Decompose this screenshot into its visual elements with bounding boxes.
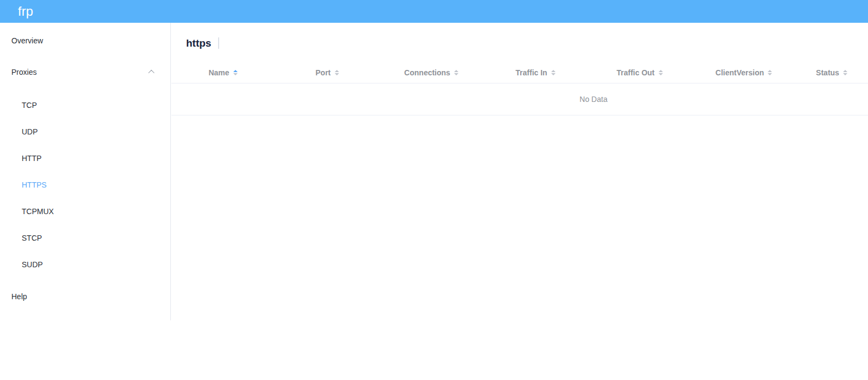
sidebar-item-label: Proxies (11, 68, 37, 76)
sort-carets-icon[interactable] (767, 68, 773, 76)
sidebar-item-label: SUDP (22, 260, 43, 269)
sidebar-item-stcp[interactable]: STCP (0, 224, 170, 251)
sort-carets-icon[interactable] (453, 68, 459, 76)
page-title: https (186, 38, 211, 48)
sidebar-item-label: STCP (22, 234, 42, 242)
empty-state-text: No Data (579, 95, 607, 104)
column-header-port[interactable]: Port (276, 62, 380, 83)
sort-carets-icon[interactable] (658, 68, 664, 76)
sidebar-item-tcp[interactable]: TCP (0, 92, 170, 118)
column-label: Name (208, 68, 229, 77)
column-header-connections[interactable]: Connections (380, 62, 484, 83)
column-label: Traffic Out (616, 68, 654, 77)
proxies-submenu: TCP UDP HTTP HTTPS TCPMUX STCP SUDP (0, 88, 170, 281)
column-header-clientversion[interactable]: ClientVersion (692, 62, 796, 83)
table-empty-row: No Data (171, 83, 868, 115)
sidebar: Overview Proxies TCP UDP HTTP HTTPS TCPM… (0, 23, 171, 320)
sidebar-item-label: TCPMUX (22, 207, 54, 216)
column-label: Connections (404, 68, 450, 77)
main-content: https Name Port Connections Traffic In T… (171, 23, 868, 380)
column-label: Port (316, 68, 331, 77)
title-divider (218, 37, 219, 49)
sort-carets-icon[interactable] (550, 68, 557, 76)
sort-carets-icon[interactable] (842, 68, 848, 76)
sidebar-item-label: TCP (22, 101, 37, 110)
sidebar-item-label: Overview (11, 36, 43, 45)
sidebar-item-overview[interactable]: Overview (0, 25, 170, 56)
page-title-row: https (186, 36, 868, 50)
sidebar-item-http[interactable]: HTTP (0, 145, 170, 171)
sidebar-item-udp[interactable]: UDP (0, 118, 170, 145)
column-header-name[interactable]: Name (171, 62, 276, 83)
sidebar-submenu-proxies[interactable]: Proxies (0, 56, 170, 88)
app-header: frp (0, 0, 868, 23)
brand-logo[interactable]: frp (18, 5, 33, 18)
sidebar-item-sudp[interactable]: SUDP (0, 251, 170, 278)
sidebar-item-label: HTTPS (22, 181, 47, 189)
sidebar-item-label: UDP (22, 127, 38, 136)
sidebar-item-label: Help (11, 292, 27, 301)
chevron-up-icon (148, 70, 154, 76)
proxy-table: Name Port Connections Traffic In Traffic… (171, 62, 868, 115)
sort-carets-icon[interactable] (334, 68, 340, 76)
sidebar-item-help[interactable]: Help (0, 281, 170, 312)
column-label: Traffic In (515, 68, 547, 77)
sidebar-item-label: HTTP (22, 154, 42, 163)
sidebar-item-https[interactable]: HTTPS (0, 171, 170, 198)
table-header-row: Name Port Connections Traffic In Traffic… (171, 62, 868, 83)
column-label: Status (816, 68, 839, 77)
column-header-traffic-in[interactable]: Traffic In (484, 62, 588, 83)
column-header-traffic-out[interactable]: Traffic Out (588, 62, 692, 83)
sidebar-item-tcpmux[interactable]: TCPMUX (0, 198, 170, 224)
column-header-status[interactable]: Status (796, 62, 868, 83)
sort-carets-icon[interactable] (232, 68, 239, 76)
column-label: ClientVersion (716, 68, 764, 77)
